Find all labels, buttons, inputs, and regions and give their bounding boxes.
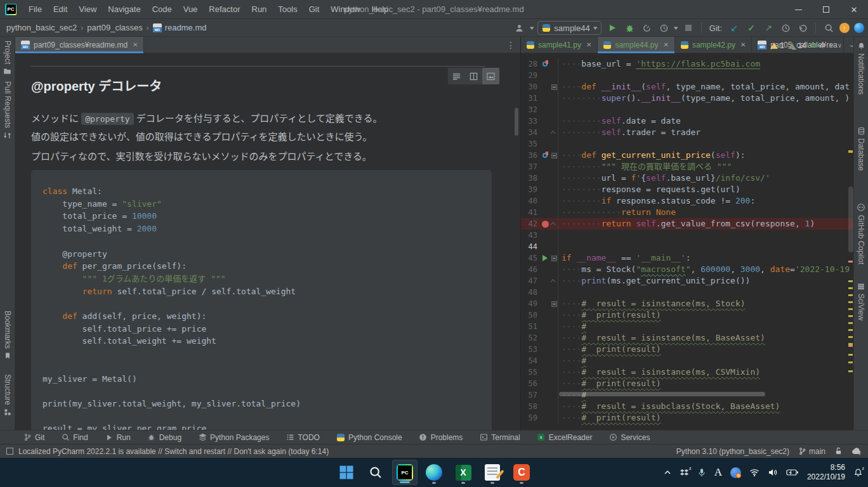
editor-line-55[interactable]: 55····# result = isinstance(ms, CSVMixin… [521,367,853,378]
gutter[interactable]: 32 [521,104,558,115]
tab-options-kebab-icon[interactable]: ⋮ [501,37,520,53]
error-stripe-mark[interactable] [848,287,853,289]
editor-line-41[interactable]: 41············return None [521,207,853,218]
gutter[interactable]: 39 [521,184,558,195]
python-interpreter[interactable]: Python 3.10 (python_basic_sec2) [676,447,789,456]
menu-item-view[interactable]: View [73,0,102,19]
gutter[interactable]: 54 [521,355,558,367]
gutter[interactable]: 44 [521,241,558,252]
gutter[interactable]: 51 [521,321,558,332]
preview-only-view-button[interactable] [482,68,499,84]
gutter[interactable]: 34 [521,127,558,138]
error-stripe-mark[interactable] [848,361,853,363]
tray-overflow-chevron-icon[interactable] [664,469,671,476]
prev-problem-icon[interactable]: ∧ [828,42,832,49]
battery-icon[interactable] [786,469,799,476]
tab-sample44-py[interactable]: sample44.py✕ [598,37,674,53]
editor-line-31[interactable]: 31········super().__init__(type_name, to… [521,93,853,104]
fold-marker-icon[interactable] [551,84,557,90]
gutter[interactable]: 31 [521,93,558,104]
dropbox-icon[interactable]: z [680,468,689,477]
menu-item-refactor[interactable]: Refactor [203,0,246,19]
profiler-button[interactable] [640,22,653,34]
editor-line-53[interactable]: 53····# print(result) [521,344,853,355]
microphone-icon[interactable] [697,468,706,477]
editor-line-52[interactable]: 52····# result = isinstance(ms, BaseAsse… [521,332,853,344]
error-stripe-mark[interactable] [848,280,853,282]
gutter[interactable]: 40 [521,195,558,207]
editor-line-59[interactable]: 59····# print(result) [521,412,853,424]
gutter[interactable]: 41 [521,207,558,218]
close-tab-icon[interactable]: ✕ [586,41,591,48]
editor-vertical-scrollbar[interactable] [848,186,853,252]
unlock-icon[interactable] [834,447,843,455]
error-stripe-mark[interactable] [848,322,853,324]
tool-window-button-find[interactable]: Find [61,433,88,442]
editor-line-46[interactable]: 46····ms = Stock("macrosoft", 600000, 30… [521,264,853,275]
error-stripe-mark[interactable] [848,370,853,372]
editor-line-37[interactable]: 37········""" 現在の買取単価を調べる """ [521,161,853,172]
volume-icon[interactable] [768,468,778,477]
gutter[interactable]: 58 [521,401,558,412]
close-tab-icon[interactable]: ✕ [133,41,138,48]
menu-item-git[interactable]: Git [303,0,326,19]
split-view-button[interactable] [465,68,482,84]
tool-window-button-problems[interactable]: Problems [419,433,463,442]
status-message[interactable]: Localized PyCharm 2022.2.1 is available … [18,447,329,456]
inspections-widget[interactable]: 1 14 ✄4 ∧ ∨ [770,41,842,50]
chevron-down-icon[interactable]: ▾ [674,25,678,31]
ime-mode-icon[interactable]: A [714,466,722,479]
taskbar-edge-button[interactable] [421,460,447,485]
error-stripe-mark[interactable] [848,354,853,356]
gutter[interactable]: 57 [521,389,558,401]
editor-line-51[interactable]: 51····# [521,321,853,332]
tool-window-button-database[interactable]: Database [854,127,868,171]
tool-window-button-python-packages[interactable]: Python Packages [198,433,269,442]
tool-window-button-excelreader[interactable]: xExcelReader [537,433,593,442]
notifications-bell-icon[interactable]: z [853,468,863,477]
tool-window-button-project[interactable]: Project [0,41,15,75]
error-stripe-mark[interactable] [848,336,853,338]
gutter[interactable]: 30 [521,81,558,93]
gutter[interactable]: 49 [521,298,558,309]
maximize-button[interactable] [812,0,840,19]
taskbar-notepad-button[interactable] [480,460,505,485]
editor-error-stripe[interactable] [848,37,853,430]
editor-line-45[interactable]: 45if __name__ == '__main__': [521,252,853,264]
editor-line-29[interactable]: 29 [521,70,853,81]
editor-line-30[interactable]: 30····def __init__(self, type_name, tota… [521,81,853,93]
close-tab-icon[interactable]: ✕ [663,41,668,48]
gutter[interactable]: 55 [521,367,558,378]
user-profile-icon[interactable] [513,22,526,34]
gutter[interactable]: 29 [521,70,558,81]
gutter[interactable]: 36 [521,150,558,161]
tab-sample41-py[interactable]: sample41.py✕ [521,37,598,53]
wifi-icon[interactable] [749,468,760,477]
menu-item-file[interactable]: File [23,0,48,19]
error-stripe-mark[interactable] [848,308,853,310]
fold-marker-icon[interactable] [550,279,555,284]
tab-sample42-py[interactable]: sample42.py✕ [675,37,752,53]
breakpoint-icon[interactable] [542,221,549,228]
override-marker-icon[interactable] [542,153,548,158]
taskbar-excel-button[interactable]: X [450,460,476,485]
error-stripe-mark[interactable] [848,301,853,303]
breadcrumb-item[interactable]: python_basic_sec2 [6,23,77,32]
tool-window-button-terminal[interactable]: Terminal [479,433,520,442]
gutter[interactable]: 46 [521,264,558,275]
editor-line-38[interactable]: 38········url = f'{self.base_url}/info/c… [521,172,853,184]
editor-only-view-button[interactable] [448,68,465,84]
gutter[interactable]: 47 [521,275,558,287]
close-button[interactable]: ✕ [840,0,868,19]
gutter[interactable]: 53 [521,344,558,355]
editor-line-39[interactable]: 39········response = requests.get(url) [521,184,853,195]
run-configuration-select[interactable]: sample44 ▾ [537,21,602,35]
gutter[interactable]: 42 [521,218,558,230]
taskbar-search-button[interactable] [363,460,388,485]
warnings-count[interactable]: 1 [770,41,784,50]
editor-line-35[interactable]: 35 [521,138,853,150]
editor-line-50[interactable]: 50····# print(result) [521,309,853,321]
error-stripe-mark[interactable] [848,329,853,331]
error-stripe-mark[interactable] [848,261,853,263]
git-branch-widget[interactable]: main [798,447,825,456]
